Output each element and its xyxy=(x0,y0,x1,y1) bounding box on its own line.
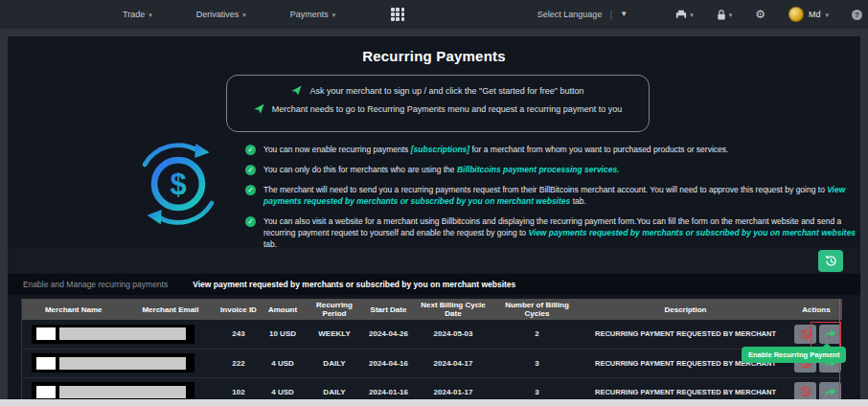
chevron-down-icon: ▾ xyxy=(729,11,733,18)
redacted-merchant-info xyxy=(32,382,194,399)
nav-label: Derivatives xyxy=(196,10,240,19)
printer-icon xyxy=(675,10,687,20)
table-row: 243 10 USD WEEKLY 2024-04-26 2024-05-03 … xyxy=(22,320,842,349)
language-selector[interactable]: Select Language | ▼ xyxy=(537,9,628,20)
bullet-item: ✓ The merchant will need to send you a r… xyxy=(245,184,857,207)
nav-right: Select Language | ▼ ▾ ▾ ⚙ Md ▾ ? xyxy=(537,0,862,29)
invoice-id-cell: 222 xyxy=(217,349,262,377)
user-name: Md xyxy=(809,10,821,19)
payment-services-link[interactable]: Billbitcoins payment processing services… xyxy=(457,165,620,174)
period-cell: WEEKLY xyxy=(305,320,365,349)
avatar xyxy=(788,7,804,22)
nav-item-payments[interactable]: Payments ▾ xyxy=(290,10,336,19)
feature-bullets: ✓ You can now enable recurring payments … xyxy=(245,144,857,259)
col-merchant-email: Merchant Email xyxy=(126,299,217,320)
bullet-item: ✓ You can also visit a website for a mer… xyxy=(245,215,857,250)
col-description: Description xyxy=(581,299,791,320)
nav-label: Payments xyxy=(290,10,329,19)
main-panel: Recurring Payments Ask your merchant to … xyxy=(8,36,860,399)
bullet-item: ✓ You can only do this for merchants who… xyxy=(245,164,857,175)
block-icon xyxy=(800,328,811,340)
svg-text:$: $ xyxy=(170,168,186,201)
cycles-cell: 3 xyxy=(494,349,581,377)
block-icon xyxy=(800,386,811,397)
apps-grid-icon[interactable] xyxy=(391,8,404,21)
enable-recurring-payment-button[interactable] xyxy=(819,382,841,399)
table-header-row: Merchant Name Merchant Email Invoice ID … xyxy=(22,299,842,320)
history-refresh-button[interactable] xyxy=(818,250,843,272)
amount-cell: 4 USD xyxy=(262,349,305,377)
block-payment-button[interactable] xyxy=(794,382,816,399)
info-text: Ask your merchant to sign up / and click… xyxy=(309,86,583,96)
payments-table-zone: Merchant Name Merchant Email Invoice ID … xyxy=(21,299,841,399)
col-amount: Amount xyxy=(262,299,305,320)
nav-label: Trade xyxy=(123,10,145,19)
bullet-item: ✓ You can now enable recurring payments … xyxy=(245,144,857,155)
cycles-cell: 3 xyxy=(494,377,581,399)
info-line: Merchant needs to go to Recurring Paymen… xyxy=(227,103,649,114)
redacted-merchant-info xyxy=(32,325,194,344)
merchant-cell xyxy=(22,320,217,349)
chevron-down-icon: ▾ xyxy=(332,11,336,18)
chevron-down-icon: ▾ xyxy=(242,11,246,18)
merchant-cell xyxy=(22,349,217,377)
printer-menu[interactable]: ▾ xyxy=(675,10,694,20)
forward-arrow-icon xyxy=(824,387,836,397)
chevron-down-icon: ▾ xyxy=(690,11,694,18)
start-date-cell: 2024-04-16 xyxy=(365,349,413,377)
period-cell: DAILY xyxy=(305,349,365,377)
cycles-cell: 2 xyxy=(494,320,581,349)
recurring-payment-icon: $ xyxy=(132,138,224,234)
subscriptions-link[interactable]: [subscriptions] xyxy=(411,145,469,154)
language-label: Select Language xyxy=(537,10,603,19)
next-billing-cell: 2024-04-17 xyxy=(413,349,494,377)
chevron-down-icon: ▾ xyxy=(148,11,152,18)
merchant-cell xyxy=(22,377,217,399)
chevron-down-icon: ▾ xyxy=(825,11,829,18)
actions-cell xyxy=(791,377,842,399)
col-merchant-name: Merchant Name xyxy=(22,299,126,320)
merchant-info-box: Ask your merchant to sign up / and click… xyxy=(226,75,650,132)
paper-plane-icon xyxy=(291,85,302,96)
recurring-payments-screen: Trade ▾ Derivatives ▾ Payments ▾ Select … xyxy=(0,0,868,406)
history-icon xyxy=(825,255,837,267)
col-recurring-period: Recurring Period xyxy=(305,299,365,320)
period-cell: DAILY xyxy=(305,377,365,399)
lock-icon xyxy=(717,9,726,21)
check-icon: ✓ xyxy=(245,185,256,195)
next-billing-cell: 2024-05-03 xyxy=(413,320,494,349)
description-cell: RECURRING PAYMENT REQUESTED BY MERCHANT xyxy=(581,377,791,399)
tab-view-requested[interactable]: View payment requested by merchants or s… xyxy=(193,280,515,289)
tab-enable-manage[interactable]: Enable and Manage recurring payments xyxy=(23,280,168,289)
top-nav: Trade ▾ Derivatives ▾ Payments ▾ Select … xyxy=(0,0,868,29)
gear-icon[interactable]: ⚙ xyxy=(755,8,765,21)
divider: | xyxy=(609,9,612,20)
table-row: 102 4 USD DAILY 2024-01-16 2024-01-17 3 … xyxy=(22,377,842,399)
paper-plane-icon xyxy=(254,103,264,114)
amount-cell: 4 USD xyxy=(262,377,305,399)
nav-item-derivatives[interactable]: Derivatives ▾ xyxy=(196,10,246,19)
table-row: 222 4 USD DAILY 2024-04-16 2024-04-17 3 … xyxy=(22,349,842,377)
user-menu[interactable]: Md ▾ xyxy=(788,7,829,22)
start-date-cell: 2024-04-26 xyxy=(365,320,413,349)
view-payments-link[interactable]: View payments requested by merchants or … xyxy=(528,228,856,237)
col-actions: Actions xyxy=(791,299,842,320)
security-menu[interactable]: ▾ xyxy=(717,9,733,21)
invoice-id-cell: 243 xyxy=(217,320,262,349)
bullet-text: for a merchant from whom you want to pur… xyxy=(469,145,728,154)
col-next-billing: Next Billing Cycle Date xyxy=(413,299,494,320)
bullet-text: tab. xyxy=(570,196,586,206)
redacted-merchant-info xyxy=(32,353,194,372)
amount-cell: 10 USD xyxy=(262,320,305,349)
help-icon[interactable]: ? xyxy=(852,10,862,20)
tab-bar: Enable and Manage recurring payments Vie… xyxy=(8,274,860,295)
nav-item-trade[interactable]: Trade ▾ xyxy=(123,10,152,19)
start-date-cell: 2024-01-16 xyxy=(365,377,413,399)
nav-menu: Trade ▾ Derivatives ▾ Payments ▾ xyxy=(123,0,404,29)
col-billing-cycles: Number of Billing Cycles xyxy=(494,299,581,320)
col-invoice-id: Invoice ID xyxy=(217,299,262,320)
bottom-bar xyxy=(0,399,868,406)
recurring-payments-table: Merchant Name Merchant Email Invoice ID … xyxy=(21,299,842,399)
check-icon: ✓ xyxy=(245,165,256,175)
enable-recurring-payment-tooltip: Enable Recurring Payment xyxy=(742,347,846,363)
